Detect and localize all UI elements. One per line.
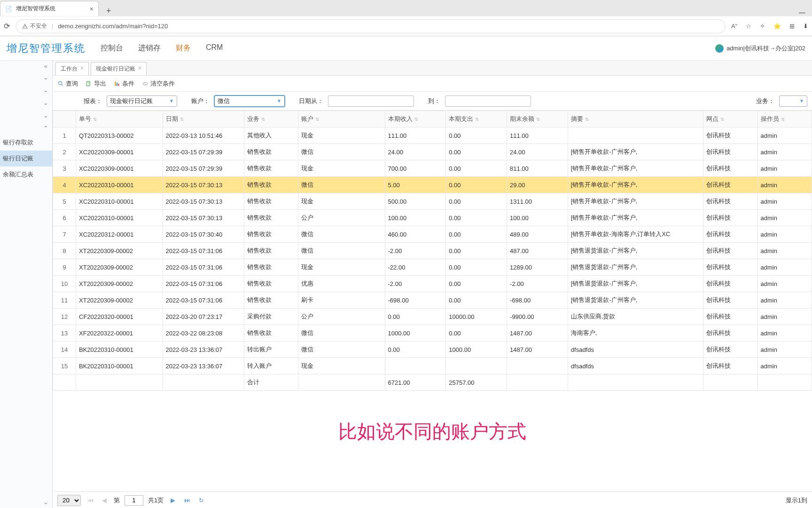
date-to-input[interactable] xyxy=(445,95,531,107)
column-header[interactable]: 单号⇅ xyxy=(76,111,163,127)
main-layout: « ⌄ ⌄ ⌄ ⌄ ⌃ 银行存取款银行日记账余额汇总表 ⌄ 工作台×现金银行日记… xyxy=(0,61,812,508)
chevron-down-icon: ▼ xyxy=(277,98,281,103)
user-info[interactable]: admin|创讯科技→办公室|202 xyxy=(715,44,805,53)
page-label-prefix: 第 xyxy=(114,496,120,505)
favorites-icon[interactable]: ⭐ xyxy=(773,23,781,30)
table-container[interactable]: 单号⇅日期⇅业务⇅账户⇅本期收入⇅本期支出⇅期末余额⇅摘要⇅网点⇅操作员⇅ 1Q… xyxy=(53,111,812,492)
row-number: 2 xyxy=(53,144,76,160)
column-header[interactable]: 摘要⇅ xyxy=(568,111,703,127)
insecure-badge: 不安全 xyxy=(22,22,47,30)
minimize-icon[interactable]: — xyxy=(799,8,805,16)
sidebar-section-toggle[interactable]: ⌄ xyxy=(0,84,52,96)
column-header[interactable]: 账户⇅ xyxy=(298,111,385,127)
table-row[interactable]: 9XT20220309-000022022-03-15 07:31:06销售收款… xyxy=(53,259,812,276)
table-row[interactable]: 13XF20220322-000012022-03-22 08:23:08销售收… xyxy=(53,325,812,341)
sidebar-section-toggle[interactable]: ⌃ xyxy=(0,122,52,135)
nav-item[interactable]: CRM xyxy=(205,41,224,55)
table-row[interactable]: 7XC20220312-000012022-03-15 07:30:40销售收款… xyxy=(53,226,812,243)
content-area: 工作台×现金银行日记账× 查询 导出 条件 清空条件 报表： 现金银行日记账 xyxy=(53,61,812,508)
report-label: 报表： xyxy=(84,97,102,105)
column-header[interactable]: 业务⇅ xyxy=(244,111,298,127)
svg-rect-3 xyxy=(115,81,116,86)
page-input[interactable] xyxy=(125,495,143,506)
date-to-label: 到： xyxy=(428,97,440,105)
nav-item[interactable]: 进销存 xyxy=(137,41,162,55)
table-row[interactable]: 2XC20220309-000012022-03-15 07:29:39销售收款… xyxy=(53,144,812,160)
svg-rect-4 xyxy=(117,82,117,86)
sidebar-section-toggle[interactable]: ⌄ xyxy=(0,96,52,109)
export-button[interactable]: 导出 xyxy=(86,79,106,88)
table-row[interactable]: 14BK20220310-000012022-03-23 13:36:07转出账… xyxy=(53,341,812,358)
table-row[interactable]: 5XC20220310-000012022-03-15 07:30:13销售收款… xyxy=(53,193,812,210)
pagination-info: 显示1到 xyxy=(786,496,807,505)
close-icon[interactable]: × xyxy=(138,65,141,73)
nav-item[interactable]: 控制台 xyxy=(100,41,124,55)
search-button[interactable]: 查询 xyxy=(57,79,78,88)
page-size-select[interactable]: 20 xyxy=(57,495,81,506)
table-row[interactable]: 3XC20220309-000012022-03-15 07:29:39销售收款… xyxy=(53,160,812,177)
tab-favicon: 📄 xyxy=(5,6,12,12)
text-size-icon[interactable]: A» xyxy=(731,23,737,30)
export-icon xyxy=(86,80,92,87)
filter-bar: 报表： 现金银行日记账 ▼ 账户： 微信 ▼ 日期从： 到： 业务： ▼ xyxy=(53,92,812,111)
row-number: 8 xyxy=(53,243,76,259)
column-header[interactable]: 操作员⇅ xyxy=(757,111,812,127)
svg-rect-5 xyxy=(118,84,119,86)
browser-chrome: 📄 增尼智管理系统 × + — ⟳ 不安全 | demo.zengnizhi.c… xyxy=(0,0,812,36)
conditions-button[interactable]: 条件 xyxy=(114,79,134,88)
column-header[interactable]: 网点⇅ xyxy=(703,111,757,127)
sidebar-item[interactable]: 余额汇总表 xyxy=(0,167,52,183)
url-box[interactable]: 不安全 | demo.zengnizhi.com/adm/main?nid=12… xyxy=(16,19,726,33)
column-header[interactable]: 本期收入⇅ xyxy=(385,111,446,127)
account-select[interactable]: 微信 ▼ xyxy=(214,95,285,107)
row-number: 1 xyxy=(53,127,76,144)
sidebar-section-toggle[interactable]: ⌄ xyxy=(0,496,52,508)
column-header[interactable]: 本期支出⇅ xyxy=(446,111,507,127)
svg-line-1 xyxy=(62,84,63,86)
date-from-input[interactable] xyxy=(328,95,414,107)
table-row[interactable]: 15BK20220310-000012022-03-23 13:36:07转入账… xyxy=(53,358,812,374)
clear-conditions-button[interactable]: 清空条件 xyxy=(142,79,175,88)
collections-icon[interactable]: ⊞ xyxy=(789,23,795,30)
first-page-button[interactable]: ⏮ xyxy=(86,497,95,504)
download-icon[interactable]: ⬇ xyxy=(803,23,808,30)
column-header[interactable]: 期末余额⇅ xyxy=(507,111,568,127)
sidebar-item[interactable]: 银行日记账 xyxy=(0,151,52,167)
business-select[interactable]: ▼ xyxy=(779,95,807,107)
conditions-icon xyxy=(114,80,120,87)
column-header[interactable]: 日期⇅ xyxy=(163,111,244,127)
clear-icon xyxy=(142,80,148,87)
close-tab-icon[interactable]: × xyxy=(90,5,94,13)
sidebar-section-toggle[interactable]: ⌄ xyxy=(0,109,52,122)
report-select[interactable]: 现金银行日记账 ▼ xyxy=(107,95,177,107)
pagination: 20 ⏮ ◀ 第 共1页 ▶ ⏭ ↻ 显示1到 xyxy=(53,492,812,508)
sidebar-collapse-icon[interactable]: « xyxy=(0,61,52,71)
inner-tab[interactable]: 现金银行日记账× xyxy=(91,62,147,75)
table-row[interactable]: 6XC20220310-000012022-03-15 07:30:13销售收款… xyxy=(53,210,812,226)
sidebar-item[interactable]: 银行存取款 xyxy=(0,135,52,151)
reload-button[interactable]: ↻ xyxy=(196,497,206,504)
sidebar-section-toggle[interactable]: ⌄ xyxy=(0,71,52,84)
next-page-button[interactable]: ▶ xyxy=(168,497,178,504)
prev-page-button[interactable]: ◀ xyxy=(100,497,109,504)
new-tab-button[interactable]: + xyxy=(102,6,115,16)
address-bar: ⟳ 不安全 | demo.zengnizhi.com/adm/main?nid=… xyxy=(0,16,812,36)
extension-icon[interactable]: ✧ xyxy=(760,23,765,30)
business-label: 业务： xyxy=(756,97,774,105)
user-text: admin|创讯科技→办公室|202 xyxy=(726,44,805,53)
table-row[interactable]: 11XT20220309-000022022-03-15 07:31:06销售收… xyxy=(53,292,812,309)
row-number: 13 xyxy=(53,325,76,341)
last-page-button[interactable]: ⏭ xyxy=(182,497,192,504)
star-icon[interactable]: ☆ xyxy=(746,23,751,30)
refresh-icon[interactable]: ⟳ xyxy=(4,22,10,31)
table-row[interactable]: 8XT20220309-000022022-03-15 07:31:06销售收款… xyxy=(53,243,812,259)
browser-tab[interactable]: 📄 增尼智管理系统 × xyxy=(0,1,99,16)
table-row[interactable]: 1QT20220313-000022022-03-13 10:51:46其他收入… xyxy=(53,127,812,144)
row-number: 5 xyxy=(53,193,76,210)
table-row[interactable]: 10XT20220309-000022022-03-15 07:31:06销售收… xyxy=(53,276,812,292)
table-row[interactable]: 12CF20220320-000012022-03-20 07:23:17采购付… xyxy=(53,309,812,325)
nav-item[interactable]: 财务 xyxy=(175,41,192,55)
inner-tab[interactable]: 工作台× xyxy=(55,62,89,75)
table-row[interactable]: 4XC20220310-000012022-03-15 07:30:13销售收款… xyxy=(53,177,812,193)
close-icon[interactable]: × xyxy=(80,65,84,73)
